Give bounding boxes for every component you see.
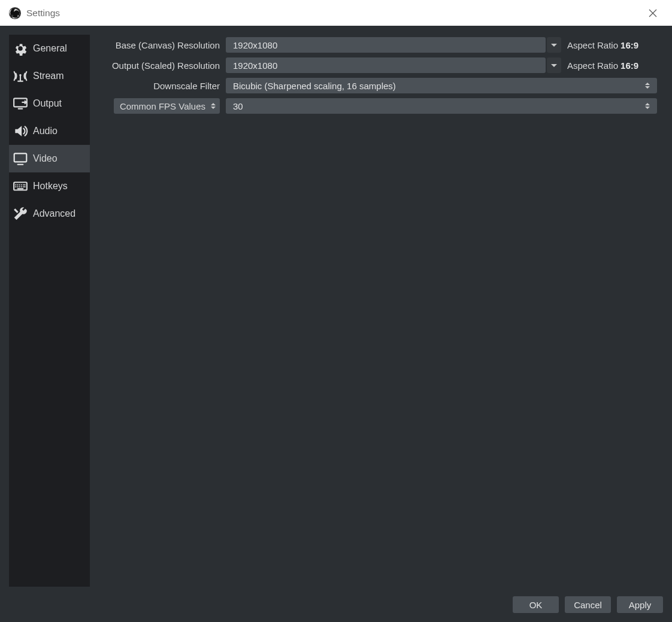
video-settings-panel: Base (Canvas) Resolution 1920x1080 Aspec… — [99, 35, 663, 587]
downscale-filter-select[interactable]: Bicubic (Sharpened scaling, 16 samples) — [226, 78, 657, 93]
sidebar-item-label: Audio — [33, 126, 57, 136]
output-resolution-dropdown-button[interactable] — [547, 57, 561, 73]
sidebar-item-output[interactable]: Output — [9, 90, 90, 117]
sidebar-item-hotkeys[interactable]: Hotkeys — [9, 172, 90, 200]
downscale-filter-label: Downscale Filter — [99, 81, 226, 91]
sidebar-item-label: Stream — [33, 71, 64, 81]
svg-rect-6 — [14, 153, 27, 162]
apply-button[interactable]: Apply — [617, 596, 663, 613]
aspect-label: Aspect Ratio — [567, 40, 618, 50]
sidebar-item-general[interactable]: General — [9, 35, 90, 62]
antenna-icon — [11, 68, 29, 84]
ok-button[interactable]: OK — [513, 596, 559, 613]
sidebar-item-stream[interactable]: Stream — [9, 62, 90, 90]
titlebar: Settings — [0, 0, 672, 26]
sidebar-item-video[interactable]: Video — [9, 145, 90, 172]
sidebar-item-advanced[interactable]: Advanced — [9, 200, 90, 227]
window-title: Settings — [26, 8, 60, 19]
fps-mode-label: Common FPS Values — [120, 101, 205, 111]
sidebar-item-label: General — [33, 43, 67, 54]
settings-sidebar: General Stream — [9, 35, 90, 587]
aspect-label: Aspect Ratio — [567, 60, 618, 71]
sidebar-item-label: Advanced — [33, 208, 75, 219]
chevron-down-icon — [551, 64, 557, 67]
base-resolution-aspect: Aspect Ratio 16:9 — [567, 40, 638, 50]
output-resolution-combo[interactable]: 1920x1080 — [226, 57, 561, 73]
updown-icon — [645, 78, 653, 93]
chevron-down-icon — [551, 44, 557, 47]
base-resolution-row: Base (Canvas) Resolution 1920x1080 Aspec… — [99, 37, 663, 53]
fps-value-select[interactable]: 30 — [226, 98, 657, 114]
window-close-button[interactable] — [638, 0, 667, 26]
fps-value: 30 — [233, 101, 243, 111]
monitor-icon — [11, 150, 29, 167]
downscale-filter-row: Downscale Filter Bicubic (Sharpened scal… — [99, 78, 663, 93]
settings-body: General Stream — [0, 26, 672, 622]
fps-mode-select[interactable]: Common FPS Values — [114, 98, 220, 114]
speaker-icon — [11, 123, 29, 139]
keyboard-icon — [11, 178, 29, 195]
base-resolution-dropdown-button[interactable] — [547, 37, 561, 53]
downscale-filter-value: Bicubic (Sharpened scaling, 16 samples) — [233, 81, 396, 91]
cancel-button[interactable]: Cancel — [565, 596, 611, 613]
output-resolution-label: Output (Scaled) Resolution — [99, 60, 226, 71]
obs-app-icon — [8, 7, 22, 20]
updown-icon — [645, 98, 653, 114]
base-resolution-label: Base (Canvas) Resolution — [99, 40, 226, 50]
aspect-value: 16:9 — [620, 60, 638, 71]
sidebar-item-label: Hotkeys — [33, 181, 68, 192]
output-icon — [11, 95, 29, 112]
gear-icon — [11, 40, 29, 57]
updown-icon — [209, 103, 217, 109]
base-resolution-value[interactable]: 1920x1080 — [226, 37, 546, 53]
sidebar-item-audio[interactable]: Audio — [9, 117, 90, 145]
dialog-footer: OK Cancel Apply — [9, 591, 663, 613]
base-resolution-combo[interactable]: 1920x1080 — [226, 37, 561, 53]
output-resolution-row: Output (Scaled) Resolution 1920x1080 Asp… — [99, 57, 663, 73]
tools-icon — [11, 205, 29, 222]
sidebar-item-label: Output — [33, 98, 62, 109]
aspect-value: 16:9 — [620, 40, 638, 50]
fps-row: Common FPS Values 30 — [99, 98, 663, 114]
sidebar-item-label: Video — [33, 153, 57, 164]
output-resolution-value[interactable]: 1920x1080 — [226, 57, 546, 73]
output-resolution-aspect: Aspect Ratio 16:9 — [567, 60, 638, 71]
